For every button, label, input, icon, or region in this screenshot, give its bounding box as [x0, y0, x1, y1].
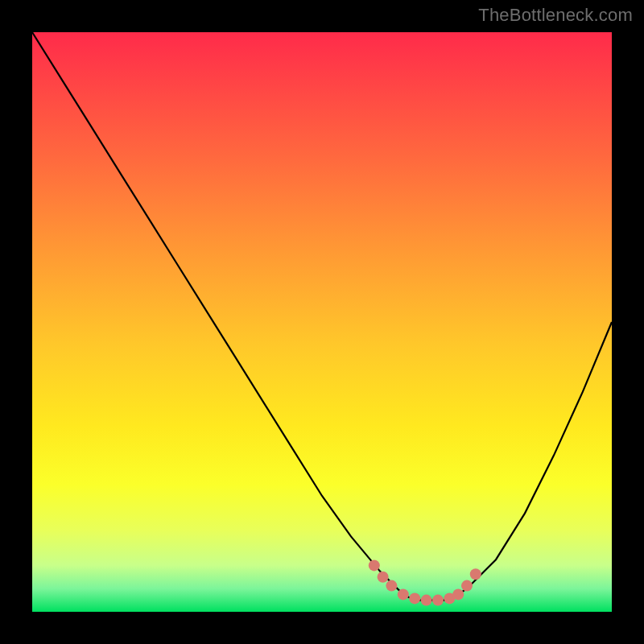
curve-markers	[369, 559, 481, 605]
curve-marker	[461, 580, 473, 592]
bottleneck-curve	[32, 32, 612, 601]
chart-plot-area	[32, 32, 612, 612]
curve-marker	[386, 580, 397, 592]
chart-frame: TheBottleneck.com	[0, 0, 644, 644]
curve-marker	[470, 568, 481, 580]
curve-marker	[369, 559, 380, 571]
curve-marker	[378, 572, 389, 583]
curve-marker	[398, 588, 409, 600]
curve-marker	[452, 588, 464, 600]
watermark-text: TheBottleneck.com	[478, 5, 633, 26]
curve-marker	[432, 595, 444, 606]
curve-marker	[409, 592, 420, 604]
chart-svg	[32, 32, 612, 612]
curve-marker	[421, 595, 432, 606]
